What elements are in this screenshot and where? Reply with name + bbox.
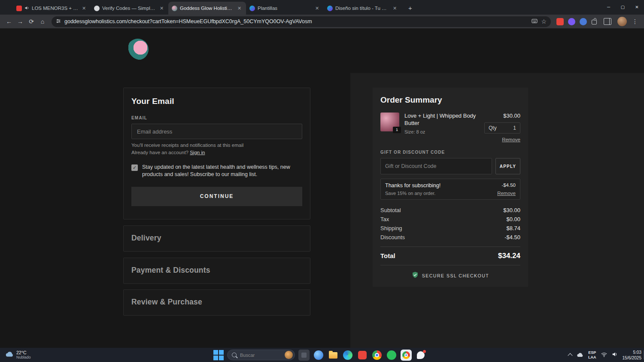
browser-tab-bar: LOS MENOR3S + Pepsi - M... ✕ Verify Code…: [0, 0, 644, 15]
home-button[interactable]: ⌂: [37, 16, 48, 27]
taskbar-app-icon-1[interactable]: [298, 350, 310, 361]
apply-code-button[interactable]: APPLY: [495, 158, 520, 174]
extension-icon-blue[interactable]: [580, 18, 587, 25]
account-question-text: Already have an account?: [131, 150, 188, 155]
menu-kebab-icon[interactable]: ⋮: [629, 16, 641, 27]
taskbar-app-icon-4[interactable]: [386, 350, 397, 361]
quantity-badge: 1: [393, 127, 401, 133]
order-summary-title: Order Summary: [380, 95, 520, 105]
tab-close-icon[interactable]: ✕: [158, 5, 165, 12]
start-button[interactable]: [213, 350, 224, 360]
profile-avatar[interactable]: [617, 17, 627, 26]
qty-value: 1: [513, 125, 516, 131]
system-tray: ESP LAA 5:03 15/6/2025: [568, 348, 641, 362]
tab-goddess-glow[interactable]: Goddess Glow Holistic Care | Se... ✕: [168, 2, 246, 15]
address-bar[interactable]: goddessglowholistics.com/checkout?cartTo…: [52, 16, 551, 27]
qty-select[interactable]: Qty 1: [484, 122, 520, 134]
tax-row: Tax $0.00: [380, 215, 520, 224]
taskbar-center: [213, 348, 426, 362]
total-row: Total $34.24: [380, 252, 520, 260]
discount-code-row: APPLY: [380, 158, 520, 174]
discount-code-input[interactable]: [380, 158, 492, 174]
file-explorer-icon[interactable]: [328, 350, 339, 361]
language-line2: LAA: [588, 355, 596, 360]
tab-close-icon[interactable]: ✕: [392, 5, 398, 12]
url-text[interactable]: goddessglowholistics.com/checkout?cartTo…: [64, 18, 528, 24]
tab-media[interactable]: LOS MENOR3S + Pepsi - M... ✕: [13, 2, 91, 15]
weather-widget[interactable]: 22°C Nublado: [2, 348, 34, 362]
tab-plantillas[interactable]: Plantillas ✕: [246, 2, 324, 15]
wifi-icon[interactable]: [601, 351, 607, 359]
tab-close-icon[interactable]: ✕: [314, 5, 320, 12]
email-input[interactable]: [131, 124, 302, 139]
window-maximize-button[interactable]: ▢: [616, 0, 630, 15]
subtotal-value: $30.00: [503, 207, 520, 213]
discounts-row: Discounts -$4.50: [380, 233, 520, 242]
taskbar-search[interactable]: [227, 350, 295, 360]
taskbar-app-icon-3[interactable]: [357, 350, 368, 361]
total-label: Total: [380, 252, 395, 259]
tab-simplycodes[interactable]: Verify Codes — SimplyCodes ✕: [91, 2, 168, 15]
weather-condition: Nublado: [16, 355, 31, 360]
reload-button[interactable]: ⟳: [26, 16, 37, 27]
chrome-active-icon[interactable]: [401, 350, 412, 361]
tab-title: Diseño sin título - Tu historia: [335, 6, 389, 11]
side-panel-icon[interactable]: [604, 18, 611, 25]
extension-icon-red[interactable]: [556, 18, 564, 25]
newsletter-label: Stay updated on the latest latest health…: [142, 164, 302, 178]
checkout-page: Your Email EMAIL You'll receive receipts…: [0, 28, 644, 348]
onedrive-cloud-icon[interactable]: [577, 351, 583, 359]
chat-app-icon[interactable]: [415, 350, 426, 361]
forward-button[interactable]: →: [15, 16, 26, 27]
site-logo[interactable]: [127, 39, 149, 60]
omnibox-action-icon[interactable]: [532, 18, 538, 25]
taskbar-clock[interactable]: 5:03 15/6/2025: [623, 350, 642, 361]
window-close-button[interactable]: ✕: [630, 0, 644, 15]
windows-taskbar: 22°C Nublado ESP: [0, 348, 644, 362]
taskbar-search-input[interactable]: [239, 352, 282, 358]
volume-icon[interactable]: [612, 351, 618, 359]
window-minimize-button[interactable]: ─: [601, 0, 616, 15]
extension-icon-purple[interactable]: [568, 18, 575, 25]
subtotal-row: Subtotal $30.00: [380, 206, 520, 215]
search-icon: [232, 353, 237, 357]
bookmark-star-icon[interactable]: ☆: [541, 18, 547, 25]
tab-close-icon[interactable]: ✕: [81, 5, 87, 12]
chrome-icon[interactable]: [371, 350, 383, 361]
account-question: Already have an account? Sign in: [131, 150, 302, 155]
tab-audio-icon[interactable]: [24, 4, 29, 12]
taskbar-app-icon-2[interactable]: [313, 350, 324, 361]
applied-discount-box: Thanks for subscribing! Save 15% on any …: [380, 179, 520, 200]
tab-favicon: [327, 6, 333, 11]
site-info-icon[interactable]: [56, 18, 61, 25]
browser-window: LOS MENOR3S + Pepsi - M... ✕ Verify Code…: [0, 0, 644, 362]
newsletter-checkbox[interactable]: ✓: [131, 164, 138, 171]
taskbar-time: 5:03: [623, 350, 642, 355]
remove-discount-link[interactable]: Remove: [497, 191, 516, 196]
payment-section[interactable]: Payment & Discounts: [123, 258, 310, 284]
sign-in-link[interactable]: Sign in: [190, 150, 205, 155]
extensions-puzzle-icon[interactable]: [591, 18, 598, 25]
delivery-section[interactable]: Delivery: [123, 225, 310, 252]
order-item-row: 1 Love + Light | Whipped Body Butter Siz…: [380, 113, 520, 142]
tab-title: LOS MENOR3S + Pepsi - M...: [32, 6, 78, 11]
hidden-icons-chevron[interactable]: [568, 353, 572, 358]
back-button[interactable]: ←: [3, 16, 15, 27]
review-section[interactable]: Review & Purchase: [123, 289, 310, 316]
email-section-title: Your Email: [131, 97, 302, 106]
language-indicator[interactable]: ESP LAA: [588, 350, 596, 360]
tab-close-icon[interactable]: ✕: [236, 5, 243, 12]
product-size: Size: 8 oz: [404, 129, 477, 134]
new-tab-button[interactable]: +: [405, 3, 416, 13]
tab-favicon: [172, 6, 177, 11]
subtotal-label: Subtotal: [380, 207, 401, 213]
tab-diseno[interactable]: Diseño sin título - Tu historia ✕: [324, 2, 401, 15]
continue-button[interactable]: CONTINUE: [131, 187, 302, 206]
search-highlight-image: [285, 351, 293, 359]
ssl-text: SECURE SSL CHECKOUT: [422, 273, 489, 278]
edge-icon[interactable]: [342, 350, 353, 361]
tab-title: Goddess Glow Holistic Care | Se...: [180, 6, 234, 11]
remove-item-link[interactable]: Remove: [502, 137, 520, 142]
tab-favicon: [94, 6, 100, 11]
qty-label: Qty: [489, 125, 497, 131]
